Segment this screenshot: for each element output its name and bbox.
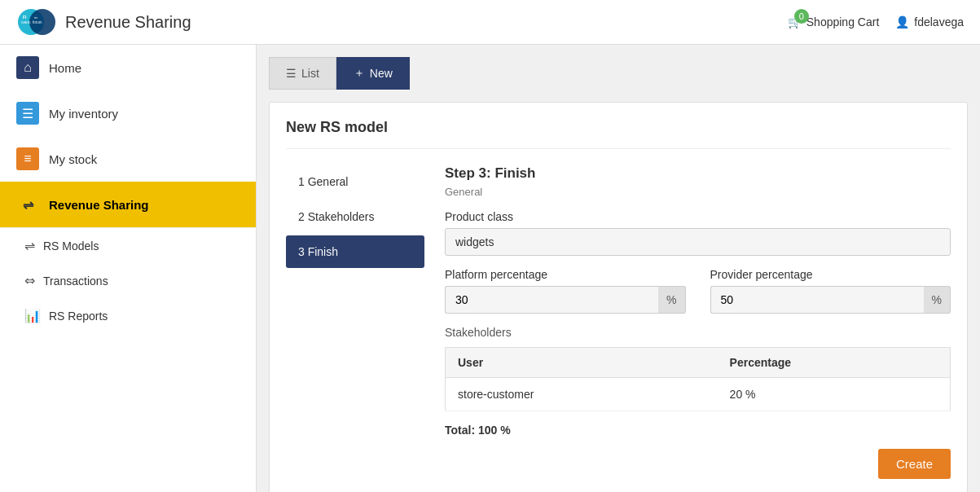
- provider-pct-input-wrap: %: [710, 286, 951, 314]
- header-right: 🛒 0 Shopping Cart 👤 fdelavega: [788, 15, 964, 29]
- reports-icon: 📊: [24, 308, 41, 323]
- step-general-label: 1 General: [298, 175, 348, 188]
- cell-user: store-customer: [446, 378, 718, 411]
- cell-percentage: 20 %: [718, 378, 951, 411]
- stakeholders-label: Stakeholders: [445, 326, 951, 339]
- table-head: User Percentage: [446, 348, 951, 378]
- product-class-input[interactable]: [445, 228, 951, 256]
- inventory-icon: ☰: [16, 102, 39, 125]
- total-line: Total: 100 %: [445, 424, 951, 437]
- sidebar-label-rs-models: RS Models: [43, 239, 99, 253]
- tab-bar: ☰ List ＋ New: [269, 57, 968, 90]
- logo-area: FI WARE tm forum: [16, 6, 57, 38]
- step-general[interactable]: 1 General: [286, 165, 424, 198]
- svg-text:forum: forum: [33, 20, 42, 24]
- page-title: Revenue Sharing: [65, 13, 191, 32]
- col-percentage: Percentage: [718, 348, 951, 378]
- steps-content: Step 3: Finish General Product class Pla…: [445, 165, 951, 479]
- sidebar-label-home: Home: [49, 61, 81, 75]
- user-menu-button[interactable]: 👤 fdelavega: [895, 15, 964, 29]
- tab-list[interactable]: ☰ List: [269, 57, 336, 90]
- main-content: ☰ List ＋ New New RS model 1 General 2 St…: [257, 45, 980, 492]
- home-icon: ⌂: [16, 56, 39, 79]
- tab-list-label: List: [301, 67, 319, 80]
- provider-pct-group: Provider percentage %: [710, 268, 951, 314]
- cart-label: Shopping Cart: [806, 15, 880, 29]
- platform-pct-input-wrap: %: [445, 286, 686, 314]
- card-title: New RS model: [286, 119, 951, 149]
- transactions-icon: ⇔: [24, 273, 35, 288]
- header: FI WARE tm forum Revenue Sharing 🛒 0 Sho…: [0, 0, 980, 45]
- sidebar-item-my-stock[interactable]: ≡ My stock: [0, 136, 256, 182]
- platform-pct-suffix: %: [658, 286, 685, 314]
- sidebar-sub-item-rs-reports[interactable]: 📊 RS Reports: [0, 298, 256, 333]
- step-stakeholders[interactable]: 2 Stakeholders: [286, 200, 424, 233]
- percentage-row: Platform percentage % Provider percentag…: [445, 268, 951, 314]
- stakeholders-table: User Percentage store-customer20 %: [445, 347, 951, 411]
- sidebar-label-transactions: Transactions: [43, 275, 108, 288]
- sidebar: ⌂ Home ☰ My inventory ≡ My stock ⇌ Reven…: [0, 45, 257, 492]
- plus-icon: ＋: [354, 66, 365, 81]
- svg-text:tm: tm: [34, 15, 38, 20]
- user-icon: 👤: [895, 15, 909, 29]
- logo-icon: FI WARE tm forum: [16, 6, 57, 38]
- product-class-label: Product class: [445, 210, 951, 223]
- cart-badge: 0: [794, 9, 809, 24]
- rs-models-icon: ⇌: [24, 238, 35, 253]
- provider-pct-label: Provider percentage: [710, 268, 951, 281]
- sidebar-item-home[interactable]: ⌂ Home: [0, 45, 256, 90]
- step-heading: Step 3: Finish: [445, 165, 951, 182]
- list-icon: ☰: [286, 67, 297, 80]
- shopping-cart-button[interactable]: 🛒 0 Shopping Cart: [788, 15, 880, 29]
- col-user: User: [446, 348, 718, 378]
- sidebar-label-revenue-sharing: Revenue Sharing: [49, 198, 149, 212]
- sidebar-item-revenue-sharing[interactable]: ⇌ Revenue Sharing: [0, 182, 256, 227]
- stakeholders-section: Stakeholders User Percentage store-custo…: [445, 326, 951, 411]
- sidebar-label-inventory: My inventory: [49, 107, 118, 121]
- cart-icon-wrap: 🛒 0: [788, 15, 802, 29]
- provider-pct-input[interactable]: [710, 286, 924, 314]
- provider-pct-suffix: %: [924, 286, 951, 314]
- platform-pct-label: Platform percentage: [445, 268, 686, 281]
- main-card: New RS model 1 General 2 Stakeholders 3 …: [269, 102, 968, 492]
- section-label: General: [445, 186, 951, 198]
- sidebar-sub-item-transactions[interactable]: ⇔ Transactions: [0, 263, 256, 298]
- sidebar-label-rs-reports: RS Reports: [49, 310, 108, 323]
- svg-text:WARE: WARE: [21, 20, 31, 24]
- sidebar-sub-item-rs-models[interactable]: ⇌ RS Models: [0, 228, 256, 263]
- platform-pct-group: Platform percentage %: [445, 268, 686, 314]
- main-layout: ⌂ Home ☰ My inventory ≡ My stock ⇌ Reven…: [0, 45, 980, 492]
- tab-new[interactable]: ＋ New: [336, 57, 410, 90]
- step-finish-label: 3 Finish: [298, 245, 338, 258]
- svg-text:FI: FI: [23, 15, 27, 20]
- share-icon: ⇌: [16, 193, 39, 216]
- sidebar-item-my-inventory[interactable]: ☰ My inventory: [0, 90, 256, 136]
- table-header-row: User Percentage: [446, 348, 951, 378]
- table-row: store-customer20 %: [446, 378, 951, 411]
- username-label: fdelavega: [914, 15, 964, 29]
- tab-new-label: New: [370, 67, 393, 80]
- step-finish[interactable]: 3 Finish: [286, 235, 424, 268]
- table-body: store-customer20 %: [446, 378, 951, 411]
- sidebar-label-stock: My stock: [49, 152, 97, 166]
- platform-pct-input[interactable]: [445, 286, 658, 314]
- steps-layout: 1 General 2 Stakeholders 3 Finish Step 3…: [286, 165, 951, 479]
- step-stakeholders-label: 2 Stakeholders: [298, 210, 374, 223]
- steps-nav: 1 General 2 Stakeholders 3 Finish: [286, 165, 424, 479]
- create-button[interactable]: Create: [878, 449, 951, 479]
- stock-icon: ≡: [16, 147, 39, 170]
